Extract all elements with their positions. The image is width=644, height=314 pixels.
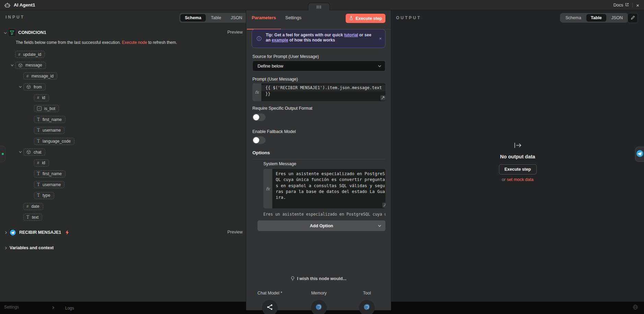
schema-field-label: language_code: [43, 139, 71, 144]
source-prompt-select[interactable]: Define below: [252, 61, 385, 71]
lightbulb-icon: [291, 276, 295, 281]
wish-node-link[interactable]: I wish this node would...: [246, 276, 391, 281]
system-message-preview: Eres un asistente especializado en Postg…: [263, 212, 385, 217]
input-display-mode-tabs: Schema Table JSON: [179, 13, 248, 23]
telegram-trigger-handle[interactable]: [635, 147, 644, 162]
edit-output-button[interactable]: [628, 13, 638, 23]
schema-field-pill[interactable]: chat: [23, 148, 45, 156]
tab-json[interactable]: JSON: [607, 14, 627, 22]
condicion1-row[interactable]: CONDICION1 Preview: [0, 28, 246, 37]
output-header: OUTPUT: [396, 15, 421, 20]
schema-field-pill[interactable]: #date: [23, 203, 43, 210]
string-type-icon: T: [37, 193, 40, 198]
schema-field-row: chat: [0, 148, 74, 156]
fallback-toggle[interactable]: [252, 136, 265, 144]
tool-node[interactable]: [359, 300, 375, 314]
chat-model-node[interactable]: [262, 300, 278, 314]
system-message-label: System Message: [263, 161, 296, 166]
schema-field-row: Tfirst_name: [0, 116, 74, 123]
logs-link[interactable]: Logs: [65, 306, 74, 311]
parameters-tab-bar: Parameters Settings Execute step: [246, 10, 391, 29]
schema-field-pill[interactable]: Tfirst_name: [34, 116, 65, 123]
chevron-down-icon: [377, 224, 382, 228]
tab-table[interactable]: Table: [586, 14, 606, 22]
schema-field-row: #message_id: [0, 72, 74, 80]
tab-json[interactable]: JSON: [226, 14, 247, 22]
schema-field-label: update_id: [23, 52, 41, 57]
settings-link[interactable]: Settings: [4, 305, 19, 310]
tab-parameters[interactable]: Parameters: [252, 15, 276, 20]
chevron-right-icon[interactable]: [51, 305, 56, 310]
schema-field-pill[interactable]: #id: [34, 94, 49, 101]
node-name: RECIBIR MENSAJE1: [19, 228, 61, 237]
expand-expression-icon[interactable]: [382, 203, 385, 208]
string-type-icon: T: [37, 117, 40, 122]
string-type-icon: T: [26, 215, 29, 220]
tab-settings[interactable]: Settings: [285, 15, 301, 20]
execute-node-link[interactable]: Execute node: [122, 40, 147, 45]
chevron-down-icon[interactable]: [9, 63, 15, 68]
recibir-mensaje1-row[interactable]: RECIBIR MENSAJE1 Preview: [0, 228, 246, 237]
tab-table[interactable]: Table: [206, 14, 226, 22]
memory-node[interactable]: [311, 300, 327, 314]
schema-field-row: Tusername: [0, 181, 74, 188]
expand-expression-icon[interactable]: [380, 95, 385, 100]
tab-schema[interactable]: Schema: [561, 14, 586, 22]
schema-field-pill[interactable]: Tusername: [34, 127, 64, 134]
chevron-down-icon[interactable]: [17, 150, 23, 155]
fx-gutter: fx: [252, 83, 261, 101]
postgres-icon: [363, 303, 371, 312]
chevron-right-icon[interactable]: [3, 245, 8, 250]
object-type-icon: [26, 150, 31, 154]
mock-data-line: or set mock data: [391, 177, 644, 182]
schema-field-pill[interactable]: #update_id: [15, 51, 45, 58]
panel-drag-handle[interactable]: [308, 3, 330, 11]
schema-field-pill[interactable]: Tfirst_name: [34, 170, 65, 178]
docs-link[interactable]: Docs: [613, 3, 629, 8]
variables-context-row[interactable]: Variables and context: [0, 245, 246, 254]
tab-schema[interactable]: Schema: [180, 14, 206, 22]
dismiss-tip-icon[interactable]: ×: [379, 36, 382, 41]
prompt-expression-editor[interactable]: fx {{ $('RECIBIR MENSAJE1').item.json.me…: [252, 83, 385, 101]
wish-label: I wish this node would...: [297, 276, 346, 281]
output-execute-step-button[interactable]: Execute step: [499, 164, 537, 174]
memory-connector-label: Memory: [311, 291, 326, 295]
schema-field-pill[interactable]: from: [23, 83, 46, 90]
system-message-editor[interactable]: fx Eres un asistente especializado en Po…: [263, 169, 385, 208]
string-type-icon: T: [37, 128, 40, 133]
chevron-down-icon[interactable]: [17, 85, 23, 89]
preview-button[interactable]: Preview: [227, 30, 242, 35]
schema-field-pill[interactable]: Tusername: [34, 181, 64, 188]
set-mock-data-link[interactable]: set mock data: [507, 177, 534, 182]
schema-field-pill[interactable]: #id: [34, 159, 49, 167]
left-connector-handle[interactable]: [0, 146, 5, 162]
pencil-icon: [631, 15, 635, 21]
number-type-icon: #: [18, 52, 20, 57]
tip-post: of how this node works: [288, 38, 335, 43]
schema-field-pill[interactable]: #message_id: [23, 72, 57, 80]
close-icon[interactable]: ×: [636, 3, 639, 8]
prompt-code-area[interactable]: {{ $('RECIBIR MENSAJE1').item.json.messa…: [261, 83, 385, 101]
require-output-toggle[interactable]: [252, 113, 265, 121]
no-output-title: No output data: [391, 154, 644, 159]
chevron-down-icon[interactable]: [3, 31, 8, 35]
chevron-right-icon[interactable]: [3, 230, 8, 235]
execute-step-button[interactable]: Execute step: [346, 14, 385, 23]
add-option-button[interactable]: Add Option: [258, 220, 385, 231]
schema-field-pill[interactable]: ✓is_bot: [34, 105, 59, 112]
schema-field-pill[interactable]: Ttext: [23, 214, 42, 221]
system-message-code-area[interactable]: Eres un asistente especializado en Postg…: [272, 169, 385, 208]
globe-icon[interactable]: [633, 304, 638, 311]
preview-button[interactable]: Preview: [227, 230, 242, 234]
tutorial-link[interactable]: tutorial: [344, 33, 358, 37]
system-message-line: s en español a consultas SQL válidas y s…: [272, 183, 385, 189]
system-message-line: Eres un asistente especializado en Postg…: [272, 171, 385, 177]
schema-field-pill[interactable]: Tlanguage_code: [34, 138, 74, 145]
schema-field-row: Tlanguage_code: [0, 138, 74, 145]
example-link[interactable]: example: [272, 38, 288, 43]
schema-field-pill[interactable]: message: [15, 62, 46, 69]
boolean-type-icon: ✓: [37, 106, 41, 111]
toggle-knob: [253, 137, 259, 143]
schema-field-row: message: [0, 62, 74, 69]
schema-field-pill[interactable]: Ttype: [34, 192, 54, 199]
